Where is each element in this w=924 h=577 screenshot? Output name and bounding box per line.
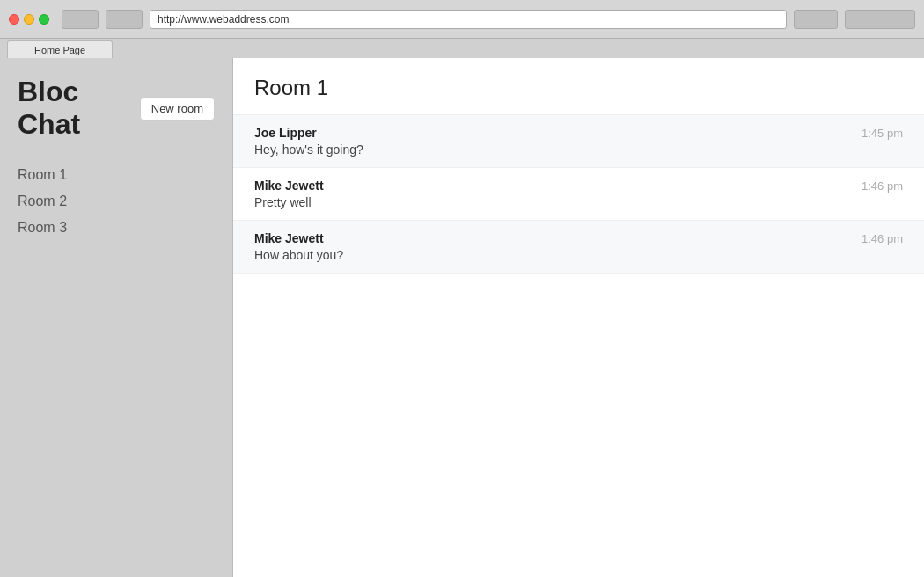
close-button[interactable] — [9, 14, 19, 25]
browser-chrome — [0, 0, 924, 39]
sidebar-item-room3[interactable]: Room 3 — [18, 215, 215, 241]
main-content: Room 1 Joe Lipper 1:45 pm Hey, how's it … — [233, 58, 924, 577]
message-text: Pretty well — [254, 195, 903, 209]
app-title: Bloc Chat — [18, 76, 140, 141]
message-text: How about you? — [254, 248, 903, 262]
tab-title: Home Page — [34, 45, 85, 55]
sidebar-item-room1[interactable]: Room 1 — [18, 162, 215, 188]
app-container: Bloc Chat New room Room 1 Room 2 Room 3 … — [0, 58, 924, 577]
sidebar-item-room2[interactable]: Room 2 — [18, 188, 215, 215]
new-room-button[interactable]: New room — [140, 97, 215, 121]
forward-button[interactable] — [106, 10, 143, 29]
back-button[interactable] — [62, 10, 99, 29]
sidebar-header: Bloc Chat New room — [18, 76, 215, 141]
message-header: Mike Jewett 1:46 pm — [254, 179, 903, 193]
message-author: Mike Jewett — [254, 231, 324, 245]
traffic-lights — [9, 14, 49, 25]
room-list: Room 1 Room 2 Room 3 — [18, 162, 215, 241]
message-header: Joe Lipper 1:45 pm — [254, 126, 903, 140]
maximize-button[interactable] — [39, 14, 49, 25]
room-title: Room 1 — [233, 58, 924, 115]
tab-bar: Home Page — [0, 39, 924, 58]
message-header: Mike Jewett 1:46 pm — [254, 231, 903, 245]
message-time: 1:46 pm — [862, 179, 903, 193]
message-author: Joe Lipper — [254, 126, 317, 140]
message-author: Mike Jewett — [254, 179, 324, 193]
message-item: Mike Jewett 1:46 pm Pretty well — [233, 168, 924, 221]
reload-button[interactable] — [794, 10, 838, 29]
message-time: 1:45 pm — [862, 127, 903, 140]
message-text: Hey, how's it going? — [254, 142, 903, 157]
address-bar[interactable] — [150, 10, 787, 29]
sidebar: Bloc Chat New room Room 1 Room 2 Room 3 — [0, 58, 233, 577]
message-item: Mike Jewett 1:46 pm How about you? — [233, 221, 924, 274]
action-button[interactable] — [845, 10, 915, 29]
message-item: Joe Lipper 1:45 pm Hey, how's it going? — [233, 115, 924, 168]
message-time: 1:46 pm — [862, 232, 903, 245]
browser-tab[interactable]: Home Page — [7, 40, 113, 58]
messages-area: Joe Lipper 1:45 pm Hey, how's it going? … — [233, 115, 924, 577]
minimize-button[interactable] — [24, 14, 34, 25]
